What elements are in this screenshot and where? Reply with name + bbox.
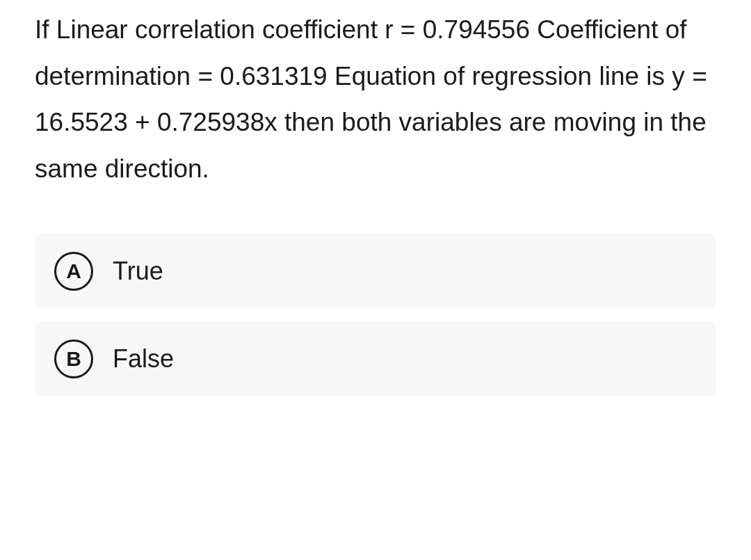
options-container: A True B False	[35, 234, 716, 397]
option-label-b: False	[113, 344, 174, 374]
option-letter-a: A	[54, 252, 93, 291]
option-a[interactable]: A True	[35, 234, 716, 309]
question-text: If Linear correlation coefficient r = 0.…	[35, 7, 716, 192]
option-letter-b: B	[54, 339, 93, 378]
option-b[interactable]: B False	[35, 321, 716, 397]
option-label-a: True	[113, 257, 163, 286]
